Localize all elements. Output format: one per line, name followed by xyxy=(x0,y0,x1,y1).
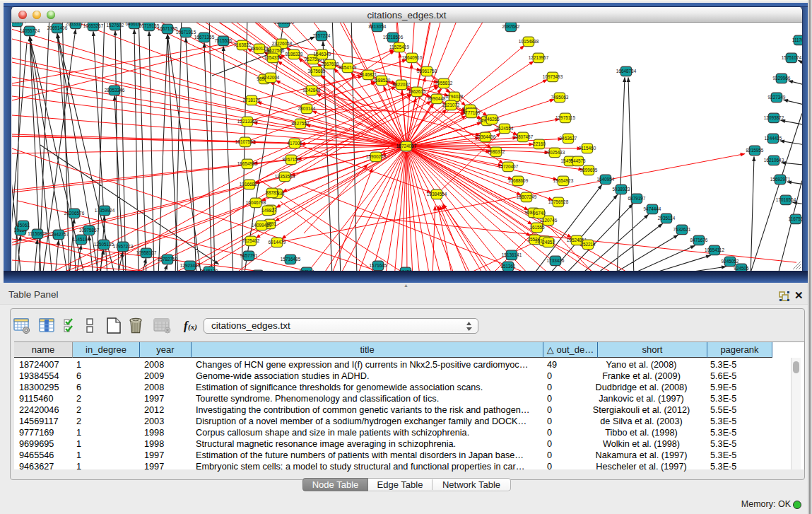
svg-text:6914479: 6914479 xyxy=(269,240,286,245)
svg-text:7632621: 7632621 xyxy=(673,227,691,232)
svg-text:9474444: 9474444 xyxy=(644,206,661,211)
svg-text:14099489: 14099489 xyxy=(252,223,272,228)
svg-text:8813054: 8813054 xyxy=(369,24,387,29)
svg-text:23226058: 23226058 xyxy=(272,41,293,46)
svg-text:9227349: 9227349 xyxy=(768,95,786,100)
svg-text:8322037: 8322037 xyxy=(393,82,411,87)
svg-text:8471676: 8471676 xyxy=(690,238,708,243)
svg-text:15136141: 15136141 xyxy=(502,252,522,257)
svg-text:9777169: 9777169 xyxy=(463,110,481,115)
svg-text:746266: 746266 xyxy=(484,117,500,122)
svg-text:116753: 116753 xyxy=(789,216,802,221)
svg-text:15720407: 15720407 xyxy=(498,164,519,169)
svg-text:15751074: 15751074 xyxy=(782,55,802,60)
svg-text:8215955: 8215955 xyxy=(746,148,764,153)
svg-text:10688609: 10688609 xyxy=(508,178,529,183)
svg-text:16648784: 16648784 xyxy=(616,69,637,74)
svg-text:7515526: 7515526 xyxy=(215,38,233,43)
svg-text:1621072: 1621072 xyxy=(442,103,460,107)
svg-text:16671355: 16671355 xyxy=(194,35,215,40)
svg-text:85061: 85061 xyxy=(17,223,30,228)
svg-text:1588520: 1588520 xyxy=(373,78,391,83)
svg-text:10671915: 10671915 xyxy=(176,30,196,35)
svg-text:417006: 417006 xyxy=(287,141,302,146)
svg-text:7163822: 7163822 xyxy=(234,42,252,47)
svg-text:19218506: 19218506 xyxy=(383,35,404,40)
svg-text:10653267: 10653267 xyxy=(83,23,104,28)
svg-text:96740: 96740 xyxy=(533,211,546,216)
svg-text:14055724: 14055724 xyxy=(20,28,40,33)
svg-text:5938923: 5938923 xyxy=(613,187,630,192)
svg-text:1145194: 1145194 xyxy=(73,237,90,242)
svg-text:12093872: 12093872 xyxy=(764,115,784,120)
svg-text:20533177: 20533177 xyxy=(12,23,28,24)
svg-text:12213957: 12213957 xyxy=(529,55,549,60)
svg-text:161555: 161555 xyxy=(529,225,545,230)
svg-text:10154838: 10154838 xyxy=(519,39,539,44)
svg-text:9463627: 9463627 xyxy=(560,136,577,141)
svg-text:7357224: 7357224 xyxy=(313,33,331,38)
svg-text:16671355: 16671355 xyxy=(158,26,178,31)
svg-text:10756928: 10756928 xyxy=(548,199,569,204)
svg-text:96450: 96450 xyxy=(399,269,412,271)
svg-text:13353594: 13353594 xyxy=(275,174,295,179)
svg-text:15716485: 15716485 xyxy=(281,257,301,262)
svg-text:2803144: 2803144 xyxy=(298,106,316,111)
svg-text:944575: 944575 xyxy=(570,158,586,163)
svg-text:19166827: 19166827 xyxy=(240,182,260,187)
svg-text:10973493: 10973493 xyxy=(543,74,563,79)
svg-text:1733426: 1733426 xyxy=(547,258,565,263)
svg-text:2367608: 2367608 xyxy=(322,62,339,66)
svg-text:19654923: 19654923 xyxy=(553,178,574,183)
svg-text:10975867: 10975867 xyxy=(79,228,100,233)
svg-text:16961758: 16961758 xyxy=(417,69,437,74)
svg-text:28053346: 28053346 xyxy=(105,88,125,93)
svg-text:9146821: 9146821 xyxy=(360,72,377,77)
svg-text:1546349: 1546349 xyxy=(314,52,331,57)
svg-text:2935114: 2935114 xyxy=(658,216,676,221)
svg-text:924505: 924505 xyxy=(734,266,749,271)
svg-text:10025433: 10025433 xyxy=(545,150,565,155)
svg-text:10107552: 10107552 xyxy=(235,139,256,144)
svg-text:2718176: 2718176 xyxy=(243,98,261,103)
svg-text:3675685: 3675685 xyxy=(308,69,326,74)
svg-text:7955812: 7955812 xyxy=(435,81,453,86)
svg-text:22160: 22160 xyxy=(533,141,546,146)
svg-text:20364436: 20364436 xyxy=(476,134,496,139)
svg-text:9329966: 9329966 xyxy=(773,76,791,81)
svg-text:9457791: 9457791 xyxy=(240,253,258,258)
svg-text:12942757: 12942757 xyxy=(49,232,69,237)
svg-text:9627506: 9627506 xyxy=(267,48,285,53)
svg-text:11525419: 11525419 xyxy=(389,45,409,49)
svg-text:10654112: 10654112 xyxy=(705,247,724,252)
svg-text:12923448: 12923448 xyxy=(180,263,201,268)
svg-text:7986372: 7986372 xyxy=(488,149,505,154)
svg-text:17957273: 17957273 xyxy=(113,244,134,249)
svg-text:20206576: 20206576 xyxy=(64,211,85,216)
svg-text:10719155: 10719155 xyxy=(139,23,160,28)
svg-text:8454749: 8454749 xyxy=(339,65,357,70)
svg-text:16210643: 16210643 xyxy=(764,158,784,163)
svg-text:111769: 111769 xyxy=(792,37,802,42)
svg-text:17016504: 17016504 xyxy=(776,197,796,202)
svg-text:12213369: 12213369 xyxy=(237,119,258,124)
svg-text:6879197: 6879197 xyxy=(628,196,646,201)
svg-text:7485063: 7485063 xyxy=(551,95,569,100)
svg-text:16782759: 16782759 xyxy=(158,257,178,262)
svg-text:19384554: 19384554 xyxy=(427,192,447,197)
svg-text:8267150: 8267150 xyxy=(283,157,300,162)
svg-text:6794028: 6794028 xyxy=(446,94,464,99)
svg-text:1054334: 1054334 xyxy=(264,55,282,60)
svg-text:16046798: 16046798 xyxy=(246,200,266,205)
svg-text:7625402: 7625402 xyxy=(242,238,260,243)
svg-text:18724007: 18724007 xyxy=(396,144,417,148)
svg-text:14982: 14982 xyxy=(261,208,274,213)
svg-text:9645120: 9645120 xyxy=(201,269,218,271)
svg-text:9242848: 9242848 xyxy=(303,88,321,93)
svg-text:20691406: 20691406 xyxy=(47,25,68,30)
svg-text:8186328: 8186328 xyxy=(286,52,303,57)
svg-text:18807249: 18807249 xyxy=(517,194,537,199)
svg-text:1362615: 1362615 xyxy=(408,89,426,94)
svg-text:9115460: 9115460 xyxy=(579,146,596,151)
svg-text:10807487: 10807487 xyxy=(513,134,534,139)
